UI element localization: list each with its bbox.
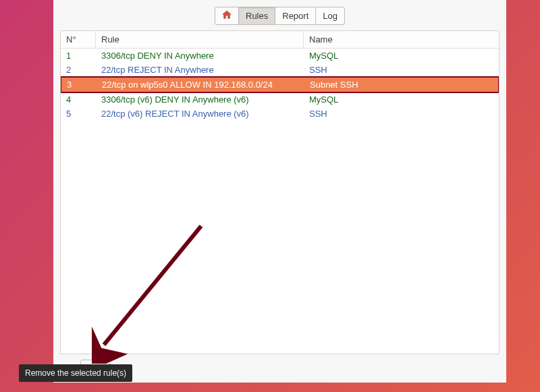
cell-rule: 3306/tcp (v6) DENY IN Anywhere (v6) (96, 92, 304, 107)
cell-rule: 22/tcp REJECT IN Anywhere (96, 63, 304, 77)
cell-name: MySQL (304, 92, 499, 107)
tab-home[interactable] (215, 7, 239, 24)
tab-rules[interactable]: Rules (239, 7, 275, 24)
cell-number: 1 (61, 49, 96, 63)
header-rule[interactable]: Rule (96, 31, 304, 48)
table-row[interactable]: 522/tcp (v6) REJECT IN Anywhere (v6)SSH (61, 107, 499, 121)
table-row[interactable]: 13306/tcp DENY IN AnywhereMySQL (61, 49, 499, 63)
tooltip: Remove the selected rule(s) (19, 364, 132, 382)
tab-group: Rules Report Log (215, 7, 345, 25)
toolbar: Rules Report Log (53, 0, 506, 30)
cell-number: 5 (61, 107, 96, 121)
cell-rule: 22/tcp (v6) REJECT IN Anywhere (v6) (96, 107, 304, 121)
cell-number: 2 (61, 63, 96, 77)
cell-rule: 3306/tcp DENY IN Anywhere (96, 49, 304, 63)
table-row[interactable]: 43306/tcp (v6) DENY IN Anywhere (v6)MySQ… (61, 92, 499, 107)
cell-number: 3 (61, 78, 97, 92)
cell-number: 4 (61, 92, 96, 107)
header-name[interactable]: Name (304, 31, 499, 48)
table-row[interactable]: 322/tcp on wlp5s0 ALLOW IN 192.168.0.0/2… (61, 76, 499, 93)
table-header: N° Rule Name (61, 31, 499, 49)
cell-name: Subnet SSH (304, 78, 498, 92)
rules-table: N° Rule Name 13306/tcp DENY IN AnywhereM… (60, 30, 500, 354)
cell-name: SSH (304, 63, 499, 77)
cell-rule: 22/tcp on wlp5s0 ALLOW IN 192.168.0.0/24 (97, 78, 304, 92)
cell-name: MySQL (304, 49, 499, 63)
tab-report[interactable]: Report (275, 7, 316, 24)
home-icon (222, 10, 232, 22)
cell-name: SSH (304, 107, 499, 121)
header-number[interactable]: N° (61, 31, 96, 48)
table-body: 13306/tcp DENY IN AnywhereMySQL222/tcp R… (61, 49, 499, 354)
tab-log[interactable]: Log (316, 7, 344, 24)
table-row[interactable]: 222/tcp REJECT IN AnywhereSSH (61, 63, 499, 77)
firewall-window: Rules Report Log N° Rule Name 13306/tcp … (53, 0, 506, 383)
